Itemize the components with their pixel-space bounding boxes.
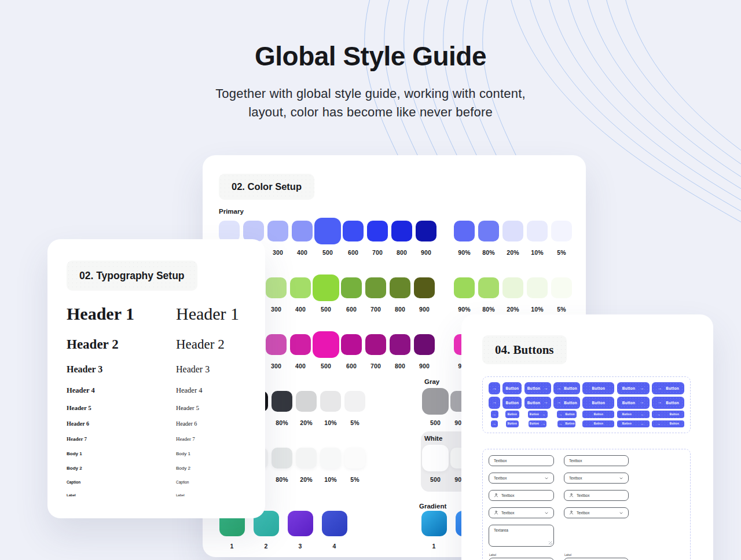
sample-button-icon[interactable]: → xyxy=(489,397,500,409)
sample-button-arrow-label-wide[interactable]: →Button xyxy=(652,397,684,409)
color-swatch xyxy=(313,331,339,358)
sample-button-arrow-label-wide[interactable]: →Button xyxy=(652,411,684,418)
sample-button-arrow-label[interactable]: →Button xyxy=(557,411,577,418)
button-label: Button xyxy=(565,422,574,425)
swatch-label: 90% xyxy=(458,249,471,256)
typography-setup-card: 02. Typography Setup Header 1Header 1Hea… xyxy=(47,239,265,518)
sample-button-label-arrow[interactable]: Button→ xyxy=(529,420,546,427)
swatch-column: 400 xyxy=(290,218,314,256)
swatch-column: 900 xyxy=(412,331,436,369)
swatch-label: 500 xyxy=(321,306,331,313)
swatch-wrap xyxy=(422,445,449,471)
sample-button-label[interactable]: Button xyxy=(502,397,522,409)
swatch-label: 700 xyxy=(370,306,381,313)
swatch-column: 900 xyxy=(414,218,438,256)
sample-button-arrow-label[interactable]: →Button xyxy=(557,420,575,427)
swatch-wrap xyxy=(292,218,313,244)
swatch-wrap xyxy=(313,331,339,358)
swatch-column: 500 xyxy=(314,218,341,256)
swatch-wrap xyxy=(313,274,339,301)
sample-button-arrow-label-wide[interactable]: →Button xyxy=(652,420,684,427)
textbox-input[interactable]: Textbox xyxy=(564,455,629,466)
swatch-wrap xyxy=(414,331,435,358)
button-cell: Button xyxy=(582,411,614,418)
swatch-label: 900 xyxy=(421,249,431,256)
arrow-right-icon: → xyxy=(639,386,644,391)
textbox-input[interactable]: Textbox xyxy=(564,490,629,501)
swatch-label: 20% xyxy=(507,306,519,313)
swatch-wrap xyxy=(341,274,362,301)
arrow-right-icon: → xyxy=(542,413,545,416)
textbox-input[interactable]: Textbox xyxy=(564,558,629,560)
swatch-label: 500 xyxy=(430,419,441,426)
swatch-label: 4 xyxy=(332,543,336,550)
textbox-input[interactable]: Textbox xyxy=(489,558,554,560)
textbox-input-select[interactable]: Textbox xyxy=(489,507,554,518)
color-swatch xyxy=(313,274,339,301)
sample-button-label[interactable]: Button xyxy=(506,420,519,427)
textarea-input[interactable]: Textarea xyxy=(489,525,554,547)
swatch-column: 10% xyxy=(318,388,343,426)
swatch-label: 400 xyxy=(295,363,306,369)
button-label: Button xyxy=(508,413,517,416)
swatch-wrap xyxy=(454,274,475,301)
sample-button-icon[interactable]: → xyxy=(489,382,500,394)
swatch-column: 20% xyxy=(501,274,525,313)
color-swatch xyxy=(422,445,449,471)
sample-button-label-arrow-wide[interactable]: Button→ xyxy=(617,397,650,409)
textbox-input-select[interactable]: Textbox xyxy=(564,507,629,518)
page-subtitle: Together with global style guide, workin… xyxy=(0,85,741,122)
sample-button-label-wide[interactable]: Button xyxy=(582,397,614,409)
swatch-column: 300 xyxy=(264,331,288,369)
sample-button-label-arrow-wide[interactable]: Button→ xyxy=(617,411,650,418)
sample-button-label-arrow-wide[interactable]: Button→ xyxy=(617,382,650,394)
textbox-input-select[interactable]: Textbox xyxy=(489,473,554,484)
button-label: Button xyxy=(530,413,539,416)
swatch-label: 1 xyxy=(432,543,435,550)
color-swatch xyxy=(390,277,410,298)
sample-button-label-arrow[interactable]: Button→ xyxy=(524,382,551,394)
swatch-label: 10% xyxy=(531,249,544,256)
button-label: Button xyxy=(622,401,636,405)
button-cell: →Button xyxy=(553,411,580,418)
page-title: Global Style Guide xyxy=(0,41,741,72)
buttons-grid: →ButtonButton→→ButtonButtonButton→→Butto… xyxy=(482,376,691,433)
typography-specimen-body-2-bold: Body 2 xyxy=(67,466,82,471)
field-label: Label xyxy=(564,553,629,557)
sample-button-icon[interactable]: → xyxy=(491,420,498,427)
swatch-column: 900 xyxy=(412,274,436,313)
color-swatch xyxy=(243,221,264,241)
arrow-right-icon: → xyxy=(657,413,661,416)
sample-button-label-wide[interactable]: Button xyxy=(582,411,614,418)
swatch-column: 10% xyxy=(318,445,343,483)
color-swatch xyxy=(322,511,347,536)
white-section-label: White xyxy=(424,435,442,442)
swatch-label: 10% xyxy=(531,306,544,313)
sample-button-label[interactable]: Button xyxy=(505,411,519,418)
sample-button-label[interactable]: Button xyxy=(502,382,522,394)
swatch-wrap xyxy=(290,331,311,358)
sample-button-label-arrow[interactable]: Button→ xyxy=(528,411,548,418)
color-swatch xyxy=(219,221,240,241)
sample-button-label-wide[interactable]: Button xyxy=(582,420,614,427)
sample-button-label-arrow[interactable]: Button→ xyxy=(524,397,551,409)
swatch-label: 5% xyxy=(557,249,566,256)
arrow-right-icon: → xyxy=(556,400,561,405)
color-swatch xyxy=(272,391,292,412)
color-swatch xyxy=(527,277,548,298)
color-swatch xyxy=(320,391,341,412)
textbox-input[interactable]: Textbox xyxy=(489,490,554,501)
textbox-input[interactable]: Textbox xyxy=(489,455,554,466)
sample-button-icon[interactable]: → xyxy=(491,411,498,418)
textbox-input-select[interactable]: Textbox xyxy=(564,473,629,484)
sample-button-arrow-label[interactable]: →Button xyxy=(553,382,580,394)
sample-button-label-wide[interactable]: Button xyxy=(582,382,614,394)
sample-button-label-arrow-wide[interactable]: Button→ xyxy=(617,420,650,427)
swatch-label: 80% xyxy=(276,419,288,426)
swatch-wrap xyxy=(320,388,341,415)
sample-button-arrow-label-wide[interactable]: →Button xyxy=(652,382,684,394)
swatch-wrap xyxy=(344,388,365,415)
sample-button-arrow-label[interactable]: →Button xyxy=(553,397,580,409)
arrow-right-icon: → xyxy=(493,422,496,426)
swatch-column: 600 xyxy=(341,218,365,256)
